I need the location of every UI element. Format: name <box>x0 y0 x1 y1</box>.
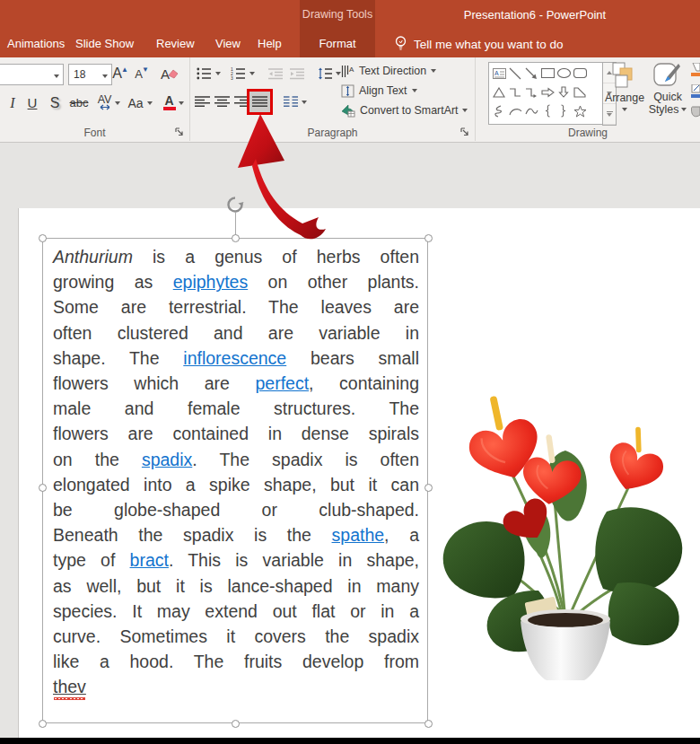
decrease-indent-icon <box>268 68 283 80</box>
clear-formatting-button[interactable]: A <box>158 63 181 84</box>
text-direction-button[interactable]: A Text Direction <box>341 62 436 80</box>
text-run: flowers are contained in dense spirals <box>53 424 419 443</box>
resize-handle-top-center[interactable] <box>232 234 240 242</box>
arrange-button[interactable]: Arrange <box>607 62 643 136</box>
bullets-button[interactable] <box>194 63 223 84</box>
shape-effects-icon[interactable] <box>691 106 700 118</box>
tab-format[interactable]: Format <box>300 31 375 57</box>
align-center-button[interactable] <box>212 91 232 113</box>
lightbulb-icon <box>395 36 407 52</box>
shrink-font-button[interactable]: A▼ <box>132 63 152 84</box>
hyperlink[interactable]: bract <box>130 550 169 570</box>
elbow-arrow-connector-icon[interactable] <box>525 87 538 98</box>
text-box-shape-icon[interactable]: A <box>493 68 506 79</box>
tab-slide-show[interactable]: Slide Show <box>75 31 134 57</box>
rounded-rectangle-shape-icon[interactable] <box>573 68 587 78</box>
resize-handle-top-left[interactable] <box>39 234 47 242</box>
anthurium-plant-image[interactable] <box>431 377 700 682</box>
text-run: is a genus of herbs often <box>133 247 419 267</box>
chevron-down-icon <box>431 69 436 73</box>
shape-fill-icon[interactable] <box>691 63 700 77</box>
chevron-down-icon <box>215 72 221 75</box>
align-center-icon <box>214 96 230 109</box>
chevron-down-icon <box>115 101 120 105</box>
line-shape-icon[interactable] <box>509 67 521 80</box>
hyperlink[interactable]: inflorescence <box>183 348 286 368</box>
resize-handle-middle-left[interactable] <box>39 484 47 492</box>
curve-shape-icon[interactable] <box>525 107 538 116</box>
left-brace-shape-icon[interactable] <box>544 104 551 118</box>
hyperlink[interactable]: spadix <box>142 450 192 469</box>
title-bar: Drawing Tools Format Presentation6 - Pow… <box>0 0 700 57</box>
font-dialog-launcher[interactable] <box>175 127 186 138</box>
scribble-shape-icon[interactable] <box>494 105 504 118</box>
hyperlink[interactable]: epiphytes <box>173 272 248 292</box>
tab-help[interactable]: Help <box>258 31 282 57</box>
hyperlink[interactable]: spathe <box>332 525 385 545</box>
text-run: growing as <box>53 272 173 292</box>
text-run: . This is variable in shape, <box>169 550 419 570</box>
change-case-button[interactable]: Aa <box>126 92 154 114</box>
justify-button[interactable] <box>250 91 270 113</box>
text-run: Beneath the spadix is the <box>53 525 332 545</box>
anthurium-textbox[interactable]: Anthurium is a genus of herbs oftengrowi… <box>42 238 428 723</box>
paragraph-dialog-launcher[interactable] <box>460 127 471 138</box>
arrow-shape-icon[interactable] <box>525 67 538 80</box>
align-left-button[interactable] <box>192 91 212 113</box>
textbox-line: on the spadix. The spadix is often <box>53 447 419 472</box>
resize-handle-bottom-left[interactable] <box>39 720 47 728</box>
convert-to-smartart-button[interactable]: Convert to SmartArt <box>341 101 468 119</box>
italic-button[interactable]: I <box>4 92 22 114</box>
star-shape-icon[interactable] <box>573 105 587 118</box>
right-brace-shape-icon[interactable] <box>560 104 567 118</box>
resize-handle-bottom-right[interactable] <box>424 720 433 728</box>
elbow-connector-icon[interactable] <box>509 87 521 98</box>
shape-outline-icon[interactable] <box>691 84 700 99</box>
chevron-down-icon <box>462 109 468 112</box>
increase-indent-icon <box>290 68 304 80</box>
resize-handle-top-right[interactable] <box>424 234 433 242</box>
l-shape-icon[interactable] <box>573 87 586 98</box>
tab-animations[interactable]: Animations <box>7 31 65 57</box>
powerpoint-window: { "titlebar": { "context_group": "Drawin… <box>0 0 700 744</box>
text-run: species. It may extend out flat or in a <box>53 601 419 621</box>
oval-shape-icon[interactable] <box>557 68 571 78</box>
font-name-combobox[interactable] <box>0 64 64 85</box>
rotate-handle[interactable] <box>225 195 245 214</box>
textbox-line: male and female structures. The <box>53 396 419 421</box>
tell-me-label: Tell me what you want to do <box>414 38 564 51</box>
font-size-combobox[interactable]: 18 <box>68 64 112 85</box>
font-color-button[interactable]: A <box>160 92 187 114</box>
text-run: , a <box>384 525 419 545</box>
align-text-button[interactable]: Align Text <box>341 82 417 100</box>
line-spacing-button[interactable] <box>314 63 345 84</box>
strikethrough-button[interactable]: abc <box>66 92 92 114</box>
text-shadow-button[interactable]: S <box>45 92 65 114</box>
resize-handle-middle-right[interactable] <box>424 484 433 492</box>
chevron-down-icon <box>249 72 255 75</box>
resize-handle-bottom-center[interactable] <box>232 720 240 728</box>
chevron-down-icon <box>412 89 417 92</box>
tab-review[interactable]: Review <box>156 31 195 57</box>
numbering-button[interactable]: 123 <box>228 63 257 84</box>
tell-me-box[interactable]: Tell me what you want to do <box>395 31 564 57</box>
text-run: curve. Sometimes it covers the spadix <box>53 626 419 646</box>
underline-button[interactable]: U <box>23 92 41 114</box>
arc-shape-icon[interactable] <box>509 107 522 116</box>
right-arrow-shape-icon[interactable] <box>541 87 555 98</box>
quick-styles-button[interactable]: Quick Styles <box>644 62 691 136</box>
text-run: male and female structures. The <box>53 398 419 418</box>
textbox-line: Anthurium is a genus of herbs often <box>53 244 419 269</box>
group-label-drawing: Drawing <box>476 127 700 139</box>
svg-text:A: A <box>349 66 354 74</box>
tab-view[interactable]: View <box>215 31 241 57</box>
columns-button[interactable] <box>280 91 311 113</box>
down-arrow-shape-icon[interactable] <box>558 86 569 98</box>
grow-font-button[interactable]: A▲ <box>110 63 130 84</box>
hyperlink[interactable]: perfect <box>255 373 309 393</box>
textbox-line: like a hood. The fruits develop from <box>53 649 419 674</box>
rectangle-shape-icon[interactable] <box>541 68 555 78</box>
triangle-shape-icon[interactable] <box>493 87 505 98</box>
character-spacing-button[interactable]: AV <box>93 92 124 114</box>
text-run: as well, but it is lance-shaped in many <box>53 576 419 596</box>
